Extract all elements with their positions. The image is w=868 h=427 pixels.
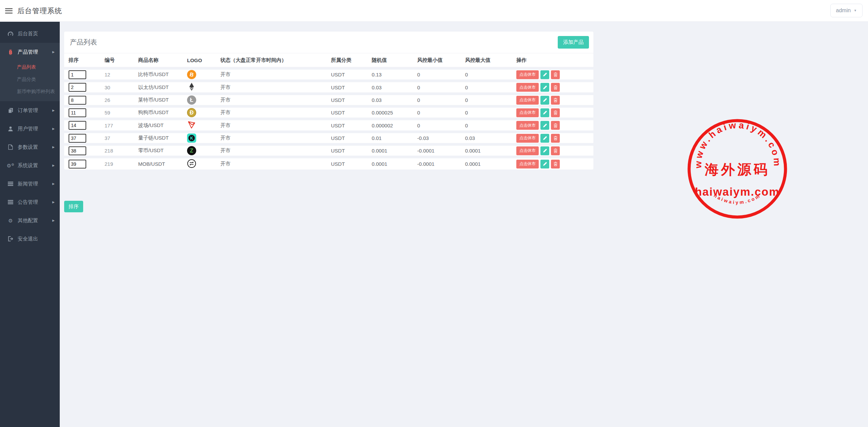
category-cell: USDT: [331, 144, 372, 157]
product-id-cell: 37: [105, 132, 138, 144]
doge-logo-icon: Ð: [187, 109, 196, 115]
product-name-cell: 量子链/USDT: [138, 132, 187, 144]
sidebar-item-home[interactable]: 后台首页: [0, 24, 60, 43]
close-market-button[interactable]: 点击休市: [516, 70, 539, 79]
random-value-cell: 0.000002: [372, 119, 417, 132]
edit-button[interactable]: [540, 96, 549, 105]
sort-order-input[interactable]: [69, 121, 86, 130]
risk-min-cell: -0.0001: [417, 157, 465, 170]
close-market-button[interactable]: 点击休市: [516, 160, 539, 168]
product-name-cell: MOB/USDT: [138, 157, 187, 170]
table-row: 59狗狗币/USDTÐ开市USDT0.00002500点击休市: [64, 106, 593, 119]
category-cell: USDT: [331, 132, 372, 144]
edit-button[interactable]: [540, 108, 549, 117]
actions-cell: 点击休市: [516, 94, 593, 106]
sidebar-subitem-new-coin-list[interactable]: 新币申购币种列表: [0, 86, 60, 98]
sort-cell: [64, 157, 105, 170]
random-value-cell: 0.01: [372, 132, 417, 144]
edit-button[interactable]: [540, 134, 549, 143]
risk-max-cell: 0: [465, 94, 516, 106]
chevron-right-icon: ▶: [52, 164, 55, 167]
product-name-cell: 比特币/USDT: [138, 68, 187, 81]
sort-order-input[interactable]: [69, 134, 86, 143]
delete-button[interactable]: [551, 108, 560, 117]
sidebar-subitem-product-category[interactable]: 产品分类: [0, 73, 60, 86]
sort-cell: [64, 94, 105, 106]
sidebar-item-news-management[interactable]: 新闻管理▶: [0, 175, 60, 193]
dashboard-icon: [7, 31, 14, 36]
edit-button[interactable]: [540, 160, 549, 168]
logo-cell: Z: [187, 144, 220, 157]
chevron-right-icon: ▶: [52, 200, 55, 204]
sort-order-input[interactable]: [69, 96, 86, 105]
sidebar-item-system-settings[interactable]: ⚙⚙系统设置▶: [0, 156, 60, 175]
sidebar-item-order-management[interactable]: 订单管理▶: [0, 101, 60, 120]
delete-button[interactable]: [551, 160, 560, 168]
actions-cell: 点击休市: [516, 81, 593, 94]
close-market-button[interactable]: 点击休市: [516, 96, 539, 105]
sidebar-item-notice-management[interactable]: 公告管理▶: [0, 193, 60, 211]
zec-logo-icon: Z: [187, 147, 196, 153]
delete-button[interactable]: [551, 134, 560, 143]
random-value-cell: 0.000025: [372, 106, 417, 119]
product-table: 排序编号商品名称LOGO状态（大盘正常开市时间内）所属分类随机值风控最小值风控最…: [64, 53, 593, 170]
edit-button[interactable]: [540, 83, 549, 92]
close-market-button[interactable]: 点击休市: [516, 83, 539, 92]
sidebar-subitem-product-list[interactable]: 产品列表: [0, 61, 60, 73]
table-row: 177波场/USDT开市USDT0.00000200点击休市: [64, 119, 593, 132]
risk-max-cell: 0: [465, 81, 516, 94]
sort-order-input[interactable]: [69, 70, 86, 79]
sidebar-item-user-management[interactable]: 用户管理▶: [0, 120, 60, 138]
column-header: 所属分类: [331, 53, 372, 68]
actions-cell: 点击休市: [516, 132, 593, 144]
risk-max-cell: 0: [465, 68, 516, 81]
column-header: 编号: [105, 53, 138, 68]
risk-max-cell: 0.0001: [465, 144, 516, 157]
close-market-button[interactable]: 点击休市: [516, 121, 539, 130]
hamburger-menu-icon[interactable]: [5, 8, 13, 14]
edit-button[interactable]: [540, 121, 549, 130]
edit-button[interactable]: [540, 146, 549, 155]
product-id-cell: 219: [105, 157, 138, 170]
close-market-button[interactable]: 点击休市: [516, 108, 539, 117]
table-row: 12比特币/USDTB开市USDT0.1300点击休市: [64, 68, 593, 81]
gears-icon: ⚙⚙: [7, 163, 14, 168]
product-name-cell: 零币/USDT: [138, 144, 187, 157]
panel-header: 产品列表 添加产品: [64, 32, 593, 53]
actions-cell: 点击休市: [516, 157, 593, 170]
delete-button[interactable]: [551, 70, 560, 79]
sort-order-input[interactable]: [69, 160, 86, 168]
close-market-button[interactable]: 点击休市: [516, 146, 539, 155]
column-header: 操作: [516, 53, 593, 68]
delete-button[interactable]: [551, 83, 560, 92]
delete-button[interactable]: [551, 146, 560, 155]
edit-button[interactable]: [540, 70, 549, 79]
risk-min-cell: 0: [417, 68, 465, 81]
sort-order-input[interactable]: [69, 108, 86, 117]
actions-cell: 点击休市: [516, 68, 593, 81]
chevron-right-icon: ▶: [52, 127, 55, 130]
product-name-cell: 以太坊/USDT: [138, 81, 187, 94]
admin-dropdown[interactable]: admin ▼: [830, 4, 863, 17]
table-row: 219MOB/USDT开市USDT0.0001-0.00010.0001点击休市: [64, 157, 593, 170]
sidebar-item-product-management[interactable]: B产品管理▶: [0, 43, 60, 61]
column-header: 排序: [64, 53, 105, 68]
delete-button[interactable]: [551, 96, 560, 105]
sidebar-item-logout[interactable]: 安全退出: [0, 230, 60, 248]
status-cell: 开市: [220, 81, 331, 94]
sidebar-item-parameter-settings[interactable]: 参数设置▶: [0, 138, 60, 156]
close-market-button[interactable]: 点击休市: [516, 134, 539, 143]
random-value-cell: 0.13: [372, 68, 417, 81]
product-list-panel: 产品列表 添加产品 排序编号商品名称LOGO状态（大盘正常开市时间内）所属分类随…: [64, 32, 593, 170]
table-row: 37量子链/USDTK开市USDT0.01-0.030.03点击休市: [64, 132, 593, 144]
delete-button[interactable]: [551, 121, 560, 130]
mob-logo-icon: [187, 163, 196, 169]
sidebar-item-label: 用户管理: [18, 126, 38, 132]
sort-order-input[interactable]: [69, 83, 86, 92]
status-cell: 开市: [220, 132, 331, 144]
add-product-button[interactable]: 添加产品: [558, 36, 589, 49]
sidebar-item-other-config[interactable]: ⚙其他配置▶: [0, 211, 60, 230]
list-icon: [7, 200, 14, 204]
sort-submit-button[interactable]: 排序: [64, 201, 83, 212]
sort-order-input[interactable]: [69, 146, 86, 155]
